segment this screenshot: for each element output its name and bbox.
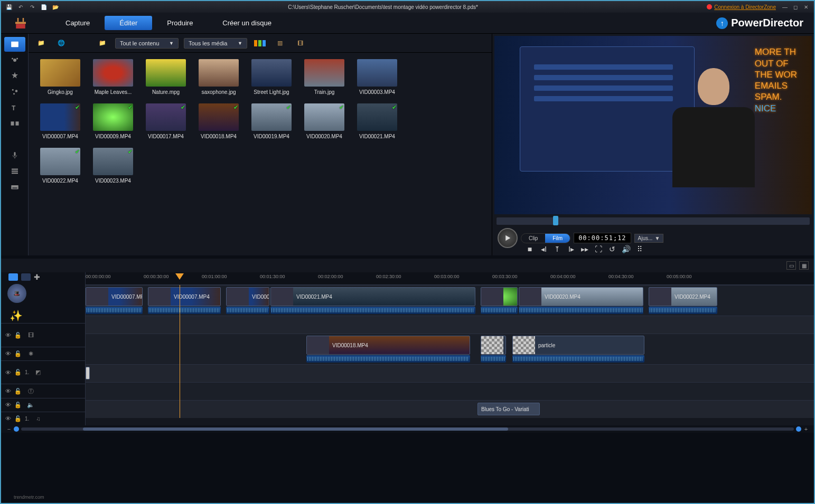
media-item[interactable]: Street Light.jpg	[246, 59, 297, 95]
scrub-knob[interactable]	[553, 216, 558, 225]
import-web-button[interactable]: 🌐	[54, 37, 69, 50]
audio-waveform[interactable]	[481, 355, 506, 363]
zoom-scrollbar[interactable]	[21, 427, 794, 431]
view-mode-button[interactable]	[252, 37, 267, 50]
media-item[interactable]: Train.jpg	[299, 59, 350, 95]
media-item[interactable]: Nature.mpg	[140, 59, 191, 95]
tab-produce[interactable]: Produire	[152, 16, 208, 30]
zoom-out-button[interactable]: −	[6, 426, 12, 432]
media-item[interactable]: ✔VID00017.MP4	[140, 103, 191, 139]
pip-lock-toggle[interactable]: 🔓	[14, 369, 22, 376]
media-item[interactable]: ✔VID00023.MP4	[88, 148, 138, 184]
title-lock-toggle[interactable]: 🔓	[14, 388, 22, 395]
open-icon[interactable]: 📂	[52, 3, 59, 11]
library-folder-button[interactable]: 📁	[95, 37, 110, 50]
media-item[interactable]: ✔VID00007.MP4	[35, 103, 86, 139]
preview-scrubber[interactable]	[497, 217, 810, 225]
audio-waveform[interactable]	[86, 307, 143, 314]
title-visibility-toggle[interactable]: 👁	[5, 388, 11, 394]
timeline-clip[interactable]: VID00018.MP4	[306, 336, 470, 355]
title-room-button[interactable]: T	[4, 100, 25, 115]
save-icon[interactable]: 💾	[5, 3, 13, 11]
audio-waveform[interactable]	[649, 307, 717, 314]
fx-visibility-toggle[interactable]: 👁	[5, 350, 11, 357]
sort-button[interactable]: ▥	[273, 37, 287, 50]
movie-mode-button[interactable]	[8, 273, 18, 281]
fx-track[interactable]	[86, 316, 814, 334]
media-item[interactable]: ✔VID00022.MP4	[35, 148, 86, 184]
tab-edit[interactable]: Éditer	[105, 16, 152, 30]
detect-scenes-button[interactable]: 🎞	[293, 37, 307, 50]
slideshow-mode-button[interactable]	[21, 273, 31, 281]
track1-visibility-toggle[interactable]: 👁	[5, 332, 11, 338]
pip-track-1[interactable]: VID00018.MP4particle	[86, 334, 814, 364]
media-item[interactable]: ✔VID00021.MP4	[352, 103, 402, 139]
add-track-button[interactable]: ✚	[34, 273, 40, 281]
stop-button[interactable]: ■	[525, 244, 535, 254]
mode-clip-button[interactable]: Clip	[521, 234, 545, 243]
timeline-canvas[interactable]: 00:00:00:0000:00:30:0000:01:00:0000:01:3…	[86, 272, 814, 425]
mode-film-button[interactable]: Film	[545, 234, 570, 243]
audio-waveform[interactable]	[519, 307, 643, 314]
minimize-button[interactable]: —	[781, 3, 789, 11]
music-clip[interactable]: Blues To Go - Variati	[477, 403, 540, 415]
pip-room-button[interactable]	[4, 69, 25, 83]
pip-visibility-toggle[interactable]: 👁	[5, 369, 11, 376]
media-item[interactable]: ✔VID00019.MP4	[246, 103, 297, 139]
timeline-clip[interactable]: VID00007.MP4	[148, 287, 221, 306]
next-frame-button[interactable]: Ⅰ▸	[566, 244, 576, 254]
media-item[interactable]: ✔VID00020.MP4	[299, 103, 350, 139]
fx-lock-toggle[interactable]: 🔓	[14, 350, 22, 357]
audio-waveform[interactable]	[270, 307, 475, 314]
timeline-clip[interactable]: VID00020.MP4	[519, 287, 643, 306]
effect-room-button[interactable]	[4, 53, 25, 68]
zoom-thumb[interactable]	[83, 427, 508, 431]
transition-room-button[interactable]	[4, 116, 25, 131]
playhead[interactable]	[180, 285, 180, 418]
particle-room-button[interactable]	[4, 84, 25, 99]
media-item[interactable]: ✔VID00009.MP4	[88, 103, 138, 139]
timeline-clip[interactable]: VID00021.MP4	[270, 287, 475, 306]
timeline-view-button[interactable]: ▭	[786, 261, 796, 270]
tab-capture[interactable]: Capture	[51, 16, 105, 30]
media-item[interactable]: Maple Leaves...	[88, 59, 138, 95]
voice-visibility-toggle[interactable]: 👁	[5, 402, 11, 408]
snapshot-button[interactable]: ⠿	[635, 244, 644, 254]
close-button[interactable]: ✕	[802, 3, 810, 11]
tab-disc[interactable]: Créer un disque	[208, 16, 286, 30]
title-track[interactable]	[86, 364, 814, 382]
magic-tools-button[interactable]: 🎩	[7, 284, 26, 303]
timeline-clip[interactable]	[481, 287, 518, 306]
track1-lock-toggle[interactable]: 🔓	[14, 332, 22, 339]
prev-frame-button[interactable]: ◂Ⅰ	[539, 244, 548, 254]
music-visibility-toggle[interactable]: 👁	[5, 415, 11, 422]
timeline-clip[interactable]: particle	[512, 336, 644, 355]
new-icon[interactable]: 📄	[40, 3, 48, 11]
audio-waveform[interactable]	[306, 355, 470, 363]
timeline-clip[interactable]: VID00007.MP4	[86, 287, 143, 306]
audio-room-button[interactable]	[4, 132, 25, 147]
subtitle-room-button[interactable]	[4, 179, 25, 194]
fit-select[interactable]: Ajus...▼	[634, 234, 664, 243]
voice-track[interactable]	[86, 382, 814, 400]
content-filter-select[interactable]: Tout le contenu▼	[115, 38, 179, 49]
step-button[interactable]: ⤒	[552, 244, 562, 254]
loop-button[interactable]: ↺	[607, 244, 617, 254]
preview-display[interactable]: MORE THOUT OFTHE WOREMAILSSPAM.NICE	[494, 36, 812, 214]
fullscreen-button[interactable]: ⛶	[594, 244, 603, 254]
zoom-in-button[interactable]: +	[803, 426, 809, 432]
voice-lock-toggle[interactable]: 🔓	[14, 402, 22, 408]
zoom-start-knob[interactable]	[14, 426, 19, 432]
media-room-button[interactable]	[4, 37, 25, 52]
media-item[interactable]: VID00003.MP4	[352, 59, 402, 95]
music-lock-toggle[interactable]: 🔓	[14, 415, 22, 422]
title-clip[interactable]	[86, 367, 90, 379]
voice-room-button[interactable]	[4, 148, 25, 163]
timeline-clip[interactable]: VID00007.MP4	[226, 287, 269, 306]
media-item[interactable]: ✔VID00018.MP4	[193, 103, 244, 139]
maximize-button[interactable]: ◻	[792, 3, 799, 11]
undo-icon[interactable]: ↶	[17, 3, 24, 11]
audio-waveform[interactable]	[512, 355, 644, 363]
storyboard-view-button[interactable]: ▦	[799, 261, 809, 270]
timeline-clip[interactable]: VID00022.MP4	[649, 287, 717, 306]
